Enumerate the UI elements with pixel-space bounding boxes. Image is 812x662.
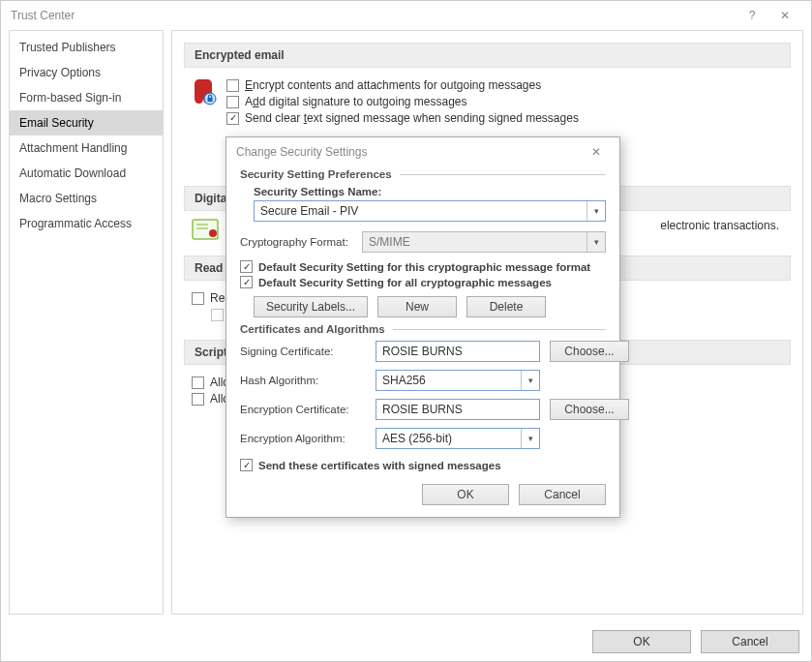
- crypto-format-label: Cryptography Format:: [240, 236, 356, 248]
- sidebar-item-form-based-signin[interactable]: Form-based Sign-in: [10, 85, 163, 110]
- sidebar: Trusted Publishers Privacy Options Form-…: [9, 30, 164, 615]
- label-send-certs: Send these certificates with signed mess…: [258, 460, 501, 471]
- change-security-settings-dialog: Change Security Settings ✕ Security Sett…: [226, 136, 620, 518]
- window-title: Trust Center: [11, 9, 75, 22]
- label-add-signature: Add digital signature to outgoing messag…: [245, 95, 467, 108]
- sidebar-item-programmatic-access[interactable]: Programmatic Access: [10, 211, 163, 236]
- chevron-down-icon: ▾: [521, 429, 539, 448]
- new-button[interactable]: New: [377, 296, 457, 317]
- choose-encryption-button[interactable]: Choose...: [550, 399, 629, 420]
- help-button[interactable]: ?: [736, 1, 768, 30]
- section-encrypted-email: Encrypted email: [184, 43, 791, 68]
- sidebar-item-macro-settings[interactable]: Macro Settings: [10, 186, 163, 211]
- sidebar-item-email-security[interactable]: Email Security: [10, 110, 163, 135]
- modal-titlebar: Change Security Settings ✕: [226, 137, 619, 166]
- enc-cert-field: ROSIE BURNS: [376, 399, 540, 420]
- label-clear-text: Send clear text signed message when send…: [245, 111, 579, 125]
- security-labels-button[interactable]: Security Labels...: [254, 296, 368, 317]
- modal-ok-button[interactable]: OK: [422, 484, 509, 505]
- sidebar-item-automatic-download[interactable]: Automatic Download: [10, 161, 163, 186]
- digital-ids-desc-post: electronic transactions.: [660, 219, 779, 232]
- chevron-down-icon: ▾: [586, 232, 605, 252]
- certificate-icon: [192, 219, 219, 240]
- label-default-all: Default Security Setting for all cryptog…: [258, 277, 552, 288]
- choose-signing-button[interactable]: Choose...: [550, 341, 629, 362]
- checkbox-send-certs[interactable]: [240, 459, 253, 471]
- checkbox-add-signature[interactable]: [226, 96, 239, 108]
- modal-close-button[interactable]: ✕: [583, 145, 610, 159]
- svg-rect-1: [208, 98, 213, 102]
- cancel-button[interactable]: Cancel: [701, 630, 799, 653]
- signing-cert-field: ROSIE BURNS: [376, 341, 540, 362]
- signing-cert-label: Signing Certificate:: [240, 346, 366, 357]
- label-encrypt-contents: Encrypt contents and attachments for out…: [245, 78, 541, 92]
- enc-cert-label: Encryption Certificate:: [240, 404, 366, 415]
- sidebar-item-privacy-options[interactable]: Privacy Options: [10, 60, 163, 85]
- chevron-down-icon: ▾: [521, 371, 539, 390]
- label-default-format: Default Security Setting for this crypto…: [258, 261, 590, 273]
- sidebar-item-trusted-publishers[interactable]: Trusted Publishers: [10, 35, 163, 60]
- modal-title: Change Security Settings: [236, 145, 367, 159]
- trust-center-window: Trust Center ? ✕ Trusted Publishers Priv…: [0, 0, 812, 662]
- delete-button[interactable]: Delete: [466, 296, 546, 317]
- checkbox-read-plain-1[interactable]: [192, 292, 204, 305]
- hash-alg-combo[interactable]: SHA256 ▾: [376, 370, 540, 391]
- enc-alg-label: Encryption Algorithm:: [240, 433, 366, 444]
- checkbox-encrypt-contents[interactable]: [226, 79, 239, 92]
- chevron-down-icon: ▾: [586, 201, 605, 221]
- group-certificates: Certificates and Algorithms: [240, 323, 606, 335]
- group-preferences: Security Setting Preferences: [240, 168, 606, 180]
- checkbox-default-format[interactable]: [240, 260, 253, 273]
- titlebar: Trust Center ? ✕: [1, 1, 811, 30]
- modal-cancel-button[interactable]: Cancel: [519, 484, 606, 505]
- checkbox-clear-text[interactable]: [226, 112, 239, 125]
- hash-alg-label: Hash Algorithm:: [240, 375, 366, 386]
- footer: OK Cancel: [1, 622, 811, 661]
- enc-alg-combo[interactable]: AES (256-bit) ▾: [376, 428, 540, 449]
- security-settings-name-label: Security Settings Name:: [254, 186, 606, 197]
- checkbox-read-plain-2[interactable]: [211, 309, 224, 321]
- ok-button[interactable]: OK: [592, 630, 691, 653]
- checkbox-script-1[interactable]: [192, 376, 204, 389]
- sidebar-item-attachment-handling[interactable]: Attachment Handling: [10, 135, 163, 161]
- close-button[interactable]: ✕: [768, 1, 801, 30]
- crypto-format-combo: S/MIME ▾: [362, 231, 606, 253]
- checkbox-default-all[interactable]: [240, 276, 253, 288]
- svg-point-5: [209, 229, 217, 237]
- security-settings-name-combo[interactable]: Secure Email - PIV ▾: [254, 200, 606, 222]
- checkbox-script-2[interactable]: [192, 393, 204, 406]
- ribbon-lock-icon: [192, 77, 217, 106]
